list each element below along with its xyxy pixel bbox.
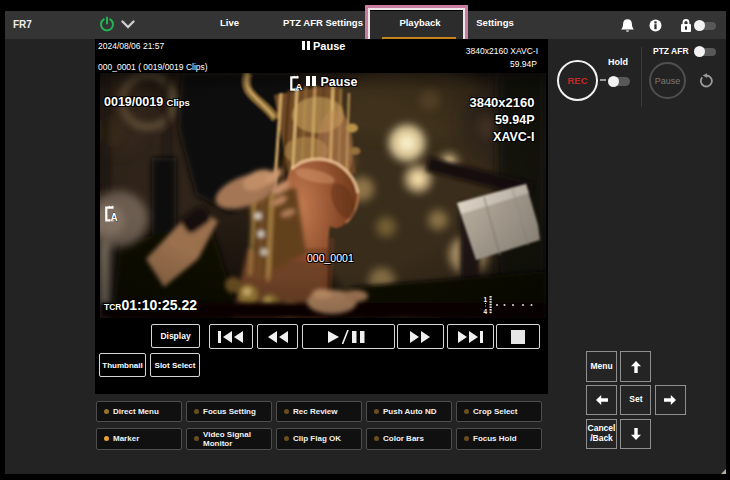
svg-text:1: 1 xyxy=(484,296,488,303)
svg-text:A: A xyxy=(296,81,303,91)
svg-text:4: 4 xyxy=(484,308,488,315)
svg-text:A: A xyxy=(110,212,117,222)
